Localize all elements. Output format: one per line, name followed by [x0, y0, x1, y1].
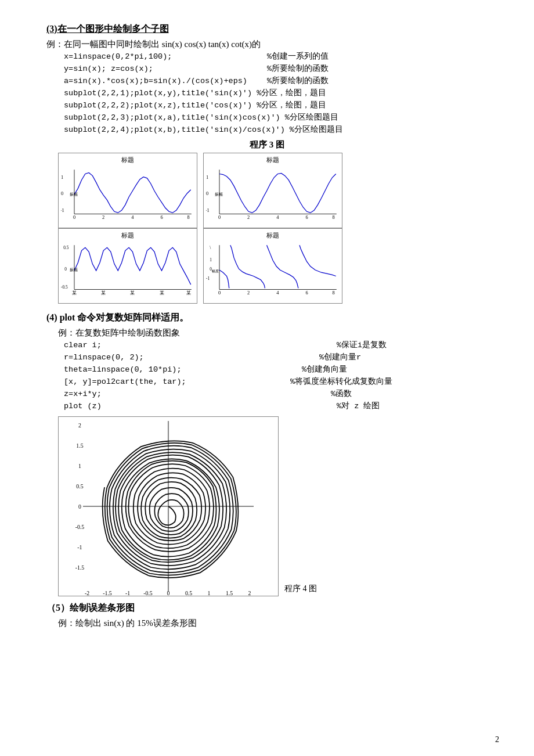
svg-text:0.5: 0.5	[185, 590, 192, 596]
svg-text:8: 8	[187, 215, 189, 220]
svg-text:4: 4	[276, 290, 279, 296]
code-line-5: subplot(2,2,2);plot(x,z),title('cos(x)')…	[64, 100, 488, 112]
code-text: x=linspace(0,2*pi,100);	[64, 51, 250, 63]
code-comment: %创建角向量	[302, 364, 347, 376]
section5-example-intro: 例：绘制出 sin(x) 的 15%误差条形图	[58, 618, 488, 629]
svg-text:1: 1	[210, 258, 212, 263]
s4-code-line-3: theta=linspace(0, 10*pi); %创建角向量	[64, 364, 488, 376]
s4-code-line-1: clear i; %保证i是复数	[64, 340, 488, 352]
spiral-plot: -2 -1.5 -1 -0.5 0 0.5 1 1.5 2 2 1.5 1 0.…	[58, 416, 279, 596]
svg-text:0: 0	[64, 267, 67, 272]
svg-text:振幅: 振幅	[70, 268, 78, 273]
fig4-label: 程序 4 图	[284, 584, 317, 594]
subplot-2-svg: 1 0 -1 0 2 4 6 8 振幅	[206, 165, 340, 223]
code-line-7: subplot(2,2,4);plot(x,b),title('sin(x)/c…	[64, 124, 488, 136]
svg-text:2: 2	[247, 215, 250, 220]
svg-text:某: 某	[186, 290, 191, 296]
section3: (3)在一个图形中绘制多个子图 例：在同一幅图中同时绘制出 sin(x) cos…	[46, 23, 488, 304]
code-comment: %对 z 绘图	[337, 401, 380, 413]
code-text: [x, y]=pol2cart(the, tar);	[64, 376, 250, 388]
svg-text:4: 4	[276, 215, 279, 220]
s4-code-line-2: r=linspace(0, 2); %创建向量r	[64, 352, 488, 364]
subplot-3: 标题 0.5 0 -0.5 某 某 某 某 某 振幅	[58, 228, 197, 304]
spiral-svg: -2 -1.5 -1 -0.5 0 0.5 1 1.5 2 2 1.5 1 0.…	[59, 417, 278, 596]
code-comment: %保证i是复数	[337, 340, 387, 352]
svg-text:-0.5: -0.5	[75, 523, 85, 530]
code-comment: %所要绘制的函数	[267, 63, 329, 75]
subplot-1: 标题 1 0 -1 0 2 4 6 8 振幅	[58, 153, 197, 228]
code-comment: %所要绘制的函数	[267, 75, 329, 88]
code-comment: %创建向量r	[319, 352, 361, 364]
svg-text:振幅: 振幅	[70, 192, 78, 197]
svg-text:0.5: 0.5	[76, 483, 83, 489]
subplot-2-title: 标题	[206, 156, 340, 164]
code-comment: %创建一系列的值	[267, 51, 329, 63]
code-text: z=x+i*y;	[64, 388, 250, 401]
svg-text:0: 0	[61, 192, 63, 197]
code-text: plot (z)	[64, 401, 250, 413]
code-line-4: subplot(2,2,1);plot(x,y),title('sin(x)')…	[64, 88, 488, 100]
section5: （5）绘制误差条形图 例：绘制出 sin(x) 的 15%误差条形图	[46, 602, 488, 629]
svg-text:1: 1	[208, 590, 211, 596]
section3-example-intro: 例：在同一幅图中同时绘制出 sin(x) cos(x) tan(x) cot(x…	[46, 39, 488, 50]
svg-text:-1: -1	[77, 543, 82, 550]
code-text: a=sin(x).*cos(x);b=sin(x)./(cos(x)+eps)	[64, 75, 250, 88]
section5-heading: （5）绘制误差条形图	[46, 602, 488, 614]
section4-heading: (4) plot 命令对复数矩阵同样适用。	[46, 312, 488, 324]
code-comment: %函数	[331, 388, 352, 401]
svg-text:0: 0	[167, 590, 170, 596]
s4-code-line-6: plot (z) %对 z 绘图	[64, 401, 488, 413]
svg-text:-1.5: -1.5	[103, 590, 112, 596]
code-line-1: x=linspace(0,2*pi,100); %创建一系列的值	[64, 51, 488, 63]
subplot-1-title: 标题	[61, 156, 194, 164]
subplot-4-svg: \ 1 0 -1 0 2 4 6 8 幅度	[206, 240, 340, 298]
section3-heading: (3)在一个图形中绘制多个子图	[46, 23, 488, 35]
svg-text:\: \	[210, 246, 211, 251]
section4-example-intro: 例：在复数矩阵中绘制函数图象	[58, 327, 488, 339]
svg-text:某: 某	[160, 290, 164, 296]
svg-text:1: 1	[78, 462, 81, 469]
code-text: clear i;	[64, 340, 250, 352]
svg-text:-0.5: -0.5	[61, 285, 68, 290]
subplot-2: 标题 1 0 -1 0 2 4 6 8 振幅	[203, 153, 342, 228]
svg-text:8: 8	[332, 290, 334, 296]
svg-text:6: 6	[305, 215, 308, 220]
svg-text:0: 0	[218, 290, 221, 296]
svg-text:0.5: 0.5	[63, 246, 68, 251]
svg-text:-1: -1	[206, 208, 210, 214]
svg-text:0: 0	[78, 503, 81, 509]
svg-text:1: 1	[61, 175, 63, 180]
subplot-3-title: 标题	[61, 231, 194, 240]
subplot-4: 标题 \ 1 0 -1 0 2 4 6 8 幅度	[203, 228, 342, 304]
s4-code-line-4: [x, y]=pol2cart(the, tar); %将弧度坐标转化成复数向量	[64, 376, 488, 388]
section4: (4) plot 命令对复数矩阵同样适用。 例：在复数矩阵中绘制函数图象 cle…	[46, 312, 488, 596]
subplot-4-title: 标题	[206, 231, 340, 240]
section3-fig-title: 程序 3 图	[46, 139, 488, 150]
svg-text:-1: -1	[61, 208, 64, 214]
svg-text:4: 4	[131, 215, 134, 220]
svg-text:幅度: 幅度	[212, 269, 219, 273]
svg-text:8: 8	[332, 215, 334, 220]
svg-text:6: 6	[305, 290, 308, 296]
svg-text:2: 2	[248, 590, 251, 596]
svg-text:2: 2	[78, 422, 81, 428]
code-text: r=linspace(0, 2);	[64, 352, 250, 364]
code-text: y=sin(x); z=cos(x);	[64, 63, 250, 75]
svg-text:某: 某	[101, 290, 106, 296]
subplot-3-svg: 0.5 0 -0.5 某 某 某 某 某 振幅	[61, 240, 194, 298]
svg-text:某: 某	[130, 290, 135, 296]
code-line-3: a=sin(x).*cos(x);b=sin(x)./(cos(x)+eps) …	[64, 75, 488, 88]
svg-text:2: 2	[247, 290, 250, 296]
subplot-1-svg: 1 0 -1 0 2 4 6 8 振幅	[61, 165, 194, 223]
code-line-6: subplot(2,2,3);plot(x,a),title('sin(x)co…	[64, 112, 488, 124]
svg-text:某: 某	[72, 290, 77, 296]
subplot-grid: 标题 1 0 -1 0 2 4 6 8 振幅	[58, 153, 348, 304]
svg-text:-2: -2	[85, 590, 89, 596]
code-line-2: y=sin(x); z=cos(x); %所要绘制的函数	[64, 63, 488, 75]
svg-text:0: 0	[206, 192, 208, 197]
svg-text:0: 0	[73, 215, 75, 220]
section4-code: clear i; %保证i是复数 r=linspace(0, 2); %创建向量…	[64, 340, 488, 413]
svg-text:6: 6	[160, 215, 163, 220]
svg-text:1.5: 1.5	[76, 442, 83, 448]
svg-text:-1: -1	[125, 590, 130, 596]
